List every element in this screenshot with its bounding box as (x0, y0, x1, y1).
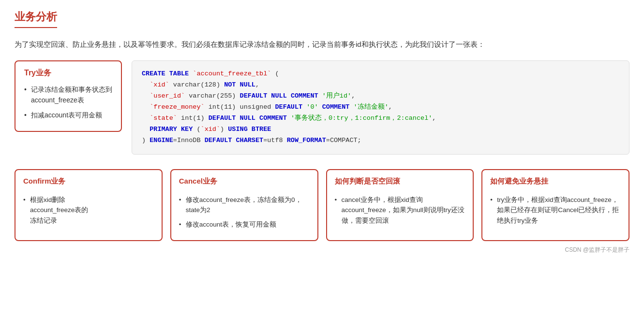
top-section: Try业务 记录冻结金额和事务状态到account_freeze表 扣减acco… (15, 60, 629, 155)
try-card: Try业务 记录冻结金额和事务状态到account_freeze表 扣减acco… (15, 60, 122, 132)
try-card-list: 记录冻结金额和事务状态到account_freeze表 扣减account表可用… (24, 84, 112, 120)
null-rollback-card: 如何判断是否空回滚 cancel业务中，根据xid查询account_freez… (326, 169, 474, 242)
code-block: CREATE TABLE `account_freeze_tbl` ( `xid… (132, 60, 629, 155)
cancel-card-list: 修改account_freeze表，冻结金额为0，state为2 修改accou… (179, 195, 310, 230)
confirm-card-item-1: 根据xid删除account_freeze表的冻结记录 (23, 195, 154, 226)
confirm-card-title: Confirm业务 (23, 177, 154, 189)
try-card-item-1: 记录冻结金额和事务状态到account_freeze表 (24, 84, 112, 106)
avoid-hang-card-list: try业务中，根据xid查询account_freeze，如果已经存在则证明Ca… (490, 195, 621, 226)
null-rollback-card-title: 如何判断是否空回滚 (335, 177, 465, 189)
cancel-card-title: Cancel业务 (179, 177, 310, 189)
cancel-card-item-2: 修改account表，恢复可用金额 (179, 219, 310, 230)
cancel-card: Cancel业务 修改account_freeze表，冻结金额为0，state为… (170, 169, 318, 242)
avoid-hang-card-title: 如何避免业务悬挂 (490, 177, 621, 189)
confirm-card-list: 根据xid删除account_freeze表的冻结记录 (23, 195, 154, 226)
try-card-title: Try业务 (24, 68, 112, 78)
avoid-hang-card: 如何避免业务悬挂 try业务中，根据xid查询account_freeze，如果… (481, 169, 629, 242)
footer: CSDN @监胖子不是胖子 (15, 246, 629, 254)
null-rollback-card-item-1: cancel业务中，根据xid查询account_freeze，如果为null则… (335, 195, 465, 226)
null-rollback-card-list: cancel业务中，根据xid查询account_freeze，如果为null则… (335, 195, 465, 226)
bottom-cards: Confirm业务 根据xid删除account_freeze表的冻结记录 Ca… (15, 169, 629, 242)
try-card-item-2: 扣减account表可用金额 (24, 110, 112, 120)
cancel-card-item-1: 修改account_freeze表，冻结金额为0，state为2 (179, 195, 310, 215)
confirm-card: Confirm业务 根据xid删除account_freeze表的冻结记录 (15, 169, 163, 242)
intro-text: 为了实现空回滚、防止业务悬挂，以及幂等性要求。我们必须在数据库记录冻结金额的同时… (15, 38, 629, 51)
page-title: 业务分析 (15, 10, 57, 28)
avoid-hang-card-item-1: try业务中，根据xid查询account_freeze，如果已经存在则证明Ca… (490, 195, 621, 226)
